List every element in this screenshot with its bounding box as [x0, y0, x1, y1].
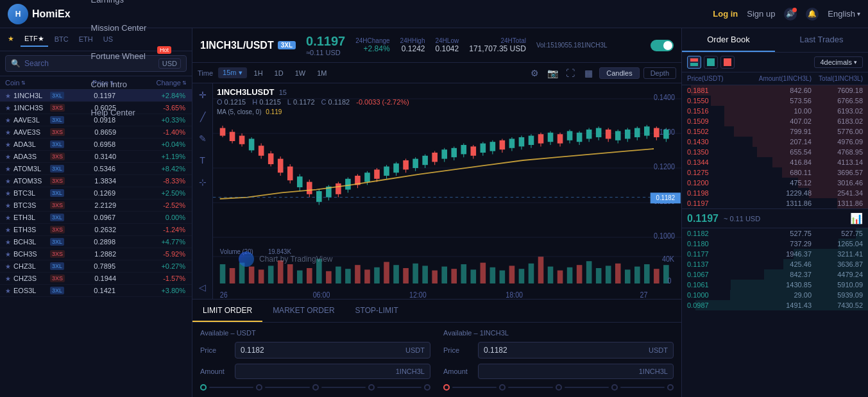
sell-order-row[interactable]: 0.1550 573.56 6766.58	[682, 96, 868, 106]
progress-25-sell[interactable]	[499, 384, 506, 391]
decimals-btn[interactable]: 4decimals ▾	[814, 56, 863, 68]
sell-order-row[interactable]: 0.1430 207.14 4976.09	[682, 137, 868, 147]
list-item[interactable]: ★ ADA3S 3XS 0.3140 +1.19%	[0, 151, 192, 163]
svg-rect-22	[384, 262, 389, 283]
list-item[interactable]: ★ ATOM3L 3XL 0.5346 +8.42%	[0, 163, 192, 175]
logo[interactable]: H HomiEx	[8, 4, 71, 24]
buy-order-row[interactable]: 0.1180 737.29 1265.04	[682, 239, 868, 249]
progress-100-buy[interactable]	[424, 384, 430, 391]
sell-order-row[interactable]: 0.1502 799.91 5776.00	[682, 126, 868, 137]
nav-mission[interactable]: Mission Center	[85, 14, 173, 42]
progress-100-sell[interactable]	[667, 384, 674, 391]
buy-order-row[interactable]: 0.1177 1946.37 3211.41	[682, 249, 868, 259]
list-item[interactable]: ★ BCH3L 3XL 0.2898 +4.77%	[0, 236, 192, 248]
list-item[interactable]: ★ BTC3S 3XS 2.2129 -2.52%	[0, 199, 192, 212]
sell-bg	[734, 126, 868, 137]
progress-50-sell[interactable]	[556, 384, 562, 391]
toggle-switch[interactable]	[651, 40, 674, 51]
tf-1h[interactable]: 1H	[250, 68, 268, 78]
sell-order-row[interactable]: 0.1516 10.00 6193.02	[682, 106, 868, 116]
nav-coin-intro[interactable]: Coin Intro	[85, 71, 173, 99]
view-buy-icon[interactable]	[704, 56, 718, 69]
sell-order-row[interactable]: 0.1509 407.02 6183.02	[682, 116, 868, 126]
star-icon: ★	[5, 117, 11, 124]
nav-fortune[interactable]: Fortune Wheel Hot	[85, 42, 173, 71]
buy-price: 0.1182	[687, 230, 738, 237]
view-sell-icon[interactable]	[720, 56, 735, 69]
signup-btn[interactable]: Sign up	[747, 9, 775, 19]
header-right: Log in Sign up 🔊 🔔 English ▾	[713, 8, 860, 21]
tab-market[interactable]: MARKET ORDER	[262, 300, 345, 322]
list-item[interactable]: ★ EOS3L 3XL 0.1421 +3.80%	[0, 285, 192, 297]
bell-icon[interactable]: 🔔	[806, 8, 819, 21]
progress-50-buy[interactable]	[312, 384, 319, 391]
depth-btn[interactable]: Depth	[643, 67, 676, 79]
layout-icon[interactable]: ▦	[581, 66, 595, 80]
sell-price-input[interactable]: 0.1182 USDT	[478, 342, 674, 359]
list-item[interactable]: ★ CHZ3S 3XS 0.1944 -1.57%	[0, 273, 192, 285]
progress-75-buy[interactable]	[368, 384, 375, 391]
tab-stop-limit[interactable]: STOP-LIMIT	[345, 300, 409, 322]
sell-progress	[443, 384, 674, 391]
progress-0-sell[interactable]	[443, 384, 450, 391]
sell-order-row[interactable]: 0.1200 475.12 3016.46	[682, 178, 868, 188]
tab-btc[interactable]: BTC	[51, 33, 72, 47]
svg-rect-68	[230, 132, 235, 141]
svg-rect-100	[384, 167, 389, 176]
list-item[interactable]: ★ BCH3S 3XS 1.2882 -5.92%	[0, 248, 192, 260]
sell-amount-input[interactable]: 1INCH3L	[478, 364, 674, 379]
progress-25-buy[interactable]	[256, 384, 262, 391]
buy-order-row[interactable]: 0.1137 425.46 3636.87	[682, 259, 868, 269]
login-btn[interactable]: Log in	[713, 9, 738, 19]
text-tool[interactable]: T	[195, 153, 210, 168]
tf-1m[interactable]: 1M	[312, 68, 331, 78]
progress-75-sell[interactable]	[611, 384, 618, 391]
buy-order-row[interactable]: 0.1182 527.75 527.75	[682, 228, 868, 239]
list-item[interactable]: ★ BTC3L 3XL 0.1269 +2.50%	[0, 187, 192, 199]
tab-favorites[interactable]: ★	[4, 32, 18, 47]
list-item[interactable]: ★ ETH3S 3XS 0.2632 -1.24%	[0, 224, 192, 236]
buy-order-row[interactable]: 0.0987 1491.43 7430.52	[682, 300, 868, 310]
nav-help[interactable]: Help Center	[85, 99, 173, 127]
list-item[interactable]: ★ CHZ3L 3XL 0.7895 +0.27%	[0, 260, 192, 273]
crosshair-tool[interactable]: ✛	[195, 87, 210, 103]
fullscreen-icon[interactable]: ⛶	[563, 66, 577, 80]
tf-1d[interactable]: 1D	[270, 68, 288, 78]
line-tool[interactable]: ╱	[195, 109, 210, 124]
buy-amount-input[interactable]: 1INCH3L	[235, 364, 430, 379]
buy-order-row[interactable]: 0.1067 842.37 4479.24	[682, 269, 868, 280]
tf-1w[interactable]: 1W	[291, 68, 311, 78]
nav-earnings[interactable]: Earnings New	[85, 0, 173, 14]
sell-order-row[interactable]: 0.1275 680.11 3696.57	[682, 167, 868, 178]
tab-limit[interactable]: LIMIT ORDER	[192, 300, 262, 322]
buy-order-row[interactable]: 0.1061 1430.85 5910.09	[682, 280, 868, 290]
svg-rect-108	[422, 156, 428, 165]
snapshot-icon[interactable]: 📷	[545, 66, 559, 80]
list-item[interactable]: ★ AAVE3S 3XS 0.8659 -1.40%	[0, 126, 192, 139]
sell-order-row[interactable]: 0.1198 1229.48 2541.34	[682, 188, 868, 198]
tab-last-trades[interactable]: Last Trades	[775, 28, 868, 52]
pencil-tool[interactable]: ✎	[195, 131, 210, 146]
sell-order-row[interactable]: 0.1344 416.84 4113.14	[682, 157, 868, 167]
sell-order-row[interactable]: 0.1197 1311.86 1311.86	[682, 198, 868, 208]
language-btn[interactable]: English ▾	[828, 9, 860, 19]
sell-order-row[interactable]: 0.1350 655.54 4768.95	[682, 147, 868, 157]
buy-order-row[interactable]: 0.1000 29.00 5939.09	[682, 290, 868, 300]
buy-price-input[interactable]: 0.1182 USDT	[235, 342, 430, 359]
measure-tool[interactable]: ⊹	[195, 174, 210, 190]
sell-order-row[interactable]: 0.1881 842.60 7609.18	[682, 85, 868, 96]
list-item[interactable]: ★ ADA3L 3XL 0.6958 +0.04%	[0, 139, 192, 151]
coin-name: ADA3S	[13, 153, 49, 160]
view-both-icon[interactable]	[687, 56, 701, 69]
tf-15m[interactable]: 15m ▾	[218, 67, 246, 78]
tab-etf[interactable]: ETF★	[21, 32, 48, 47]
list-item[interactable]: ★ ETH3L 3XL 0.0967 0.00%	[0, 212, 192, 224]
tab-order-book[interactable]: Order Book	[682, 28, 775, 52]
svg-rect-42	[577, 265, 583, 283]
settings-icon[interactable]: ⚙	[527, 66, 541, 80]
collapse-tool[interactable]: ◁	[195, 280, 210, 295]
progress-0-buy[interactable]	[200, 384, 207, 391]
candles-btn[interactable]: Candles	[599, 67, 639, 79]
list-item[interactable]: ★ ATOM3S 3XS 1.3834 -8.33%	[0, 175, 192, 187]
speaker-icon[interactable]: 🔊	[784, 8, 797, 21]
